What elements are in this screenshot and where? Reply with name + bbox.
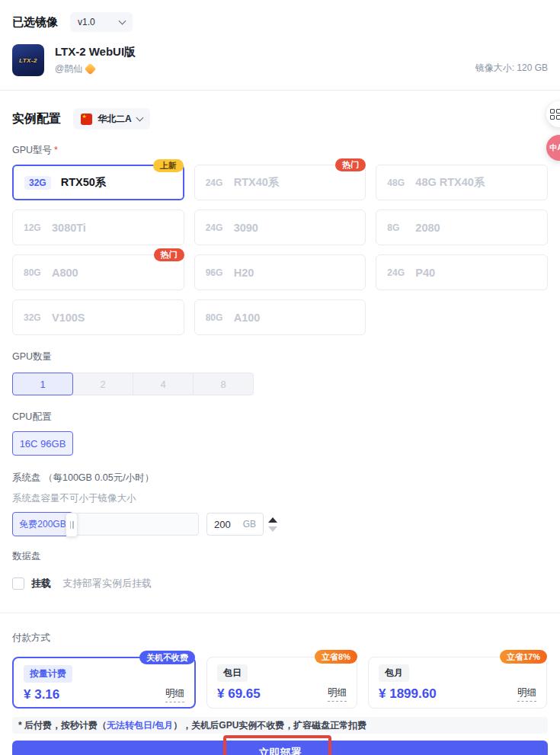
vram-chip: 32G (24, 176, 51, 190)
payment-plans: 关机不收费 按量计费 ¥ 3.16 明细 立省8% 包日 ¥ 69.65 明细 … (12, 657, 548, 709)
label-text: 系统盘 (12, 472, 41, 483)
page: 已选镜像 v1.0 LTX-2 LTX-2 WebUI版 @鹊仙 镜像大小: 1… (0, 12, 560, 755)
gpu-card-rtx50[interactable]: 上新 32G RTX50系 (12, 165, 184, 200)
hot-badge: 热门 (154, 248, 184, 261)
region-selector[interactable]: 华北二A (73, 108, 150, 130)
gpu-card-3090[interactable]: 24G 3090 (194, 210, 366, 245)
gpu-name: RTX40系 (234, 175, 280, 190)
image-title: LTX-2 WebUI版 (55, 45, 475, 59)
gpu-model-grid: 上新 32G RTX50系 热门 24G RTX40系 48G 48G RTX4… (12, 165, 548, 335)
divider (0, 613, 560, 613)
disk-size-stepper: GB (206, 513, 277, 536)
note-link[interactable]: 无法转包日/包月 (107, 720, 173, 731)
image-author: @鹊仙 (55, 62, 475, 75)
vram-chip: 96G (206, 267, 224, 278)
no-charge-badge: 关机不收费 (139, 651, 195, 664)
vram-chip: 24G (206, 178, 224, 188)
section-title: 实例配置 (12, 111, 61, 127)
gpu-name: A800 (52, 267, 78, 279)
gpu-card-rtx40[interactable]: 热门 24G RTX40系 (194, 165, 366, 200)
vram-chip: 24G (387, 267, 405, 278)
gpu-card-h20[interactable]: 96G H20 (194, 254, 366, 290)
gpu-count-option-1[interactable]: 1 (12, 373, 73, 395)
disk-size-input[interactable] (214, 519, 240, 530)
note-prefix: * 后付费，按秒计费（ (18, 720, 107, 731)
slider-handle[interactable] (66, 513, 78, 537)
gpu-name: A100 (234, 312, 261, 324)
gpu-name: V100S (52, 312, 85, 324)
gpu-name: RTX50系 (61, 175, 107, 190)
page-title: 已选镜像 (12, 15, 58, 30)
gpu-name: 2080 (415, 222, 440, 234)
new-badge: 上新 (153, 159, 184, 172)
spinner (268, 517, 277, 532)
increment-icon[interactable] (268, 517, 277, 523)
price-note: （每100GB 0.05元/小时） (43, 472, 154, 483)
gpu-model-label: GPU型号* (12, 144, 548, 157)
disk-size-unit: GB (243, 519, 256, 529)
detail-link[interactable]: 明细 (328, 686, 347, 702)
save-badge: 立省17% (500, 650, 547, 664)
system-disk-hint: 系统盘容量不可小于镜像大小 (12, 492, 548, 505)
gpu-count-selector: 1 2 4 8 (12, 373, 254, 395)
image-size: 镜像大小: 120 GB (475, 62, 548, 75)
vram-chip: 48G (387, 178, 405, 188)
decrement-icon[interactable] (268, 526, 277, 532)
plan-daily[interactable]: 立省8% 包日 ¥ 69.65 明细 (206, 657, 357, 709)
translate-button[interactable]: 中A (546, 135, 560, 161)
image-thumbnail: LTX-2 (12, 44, 44, 76)
gpu-card-a100[interactable]: 80G A100 (194, 299, 366, 335)
qr-scan-button[interactable] (546, 101, 560, 127)
system-disk-label: 系统盘 （每100GB 0.05元/小时） (12, 472, 548, 485)
cpu-config-label: CPU配置 (12, 411, 548, 424)
gpu-card-48g-rtx40[interactable]: 48G 48G RTX40系 (376, 165, 548, 200)
gpu-name: P40 (415, 267, 435, 279)
deploy-area: 立即部署 (12, 741, 548, 755)
gpu-count-option-4[interactable]: 4 (133, 373, 194, 395)
billing-note: * 后付费，按秒计费（无法转包日/包月），关机后GPU实例不收费，扩容磁盘正常扣… (12, 717, 548, 734)
disk-size-field: GB (206, 513, 264, 536)
gpu-card-3080ti[interactable]: 12G 3080Ti (12, 210, 184, 245)
version-dropdown[interactable]: v1.0 (70, 12, 133, 32)
note-text: * 后付费，按秒计费（无法转包日/包月），关机后GPU实例不收费，扩容磁盘正常扣… (18, 719, 366, 732)
gpu-count-option-8[interactable]: 8 (193, 373, 254, 395)
vram-chip: 24G (206, 222, 224, 233)
gpu-card-p40[interactable]: 24G P40 (376, 254, 548, 290)
plan-price: ¥ 69.65 (217, 686, 261, 702)
image-info: LTX-2 WebUI版 @鹊仙 (55, 44, 475, 76)
mount-checkbox[interactable] (12, 577, 24, 590)
system-disk-controls: 免费200GB GB (12, 512, 548, 536)
instance-config-header: 实例配置 华北二A (12, 108, 548, 130)
thumbnail-text: LTX-2 (19, 57, 37, 64)
gpu-count-label: GPU数量 (12, 350, 548, 363)
disk-size-slider[interactable] (75, 513, 199, 536)
label-text: GPU型号 (12, 145, 52, 155)
plan-name: 按量计费 (24, 665, 72, 683)
divider (0, 90, 560, 91)
gpu-count-option-2[interactable]: 2 (72, 373, 133, 395)
translate-icon: 中A (549, 142, 560, 153)
author-name: @鹊仙 (55, 62, 82, 75)
plan-monthly[interactable]: 立省17% 包月 ¥ 1899.60 明细 (368, 657, 547, 709)
save-badge: 立省8% (315, 650, 357, 664)
gpu-name: 48G RTX40系 (415, 175, 485, 190)
version-value: v1.0 (78, 17, 120, 27)
detail-link[interactable]: 明细 (517, 686, 536, 702)
gpu-name: 3090 (234, 222, 258, 234)
plan-pay-as-you-go[interactable]: 关机不收费 按量计费 ¥ 3.16 明细 (12, 657, 196, 709)
grid-icon (550, 109, 560, 120)
mount-label[interactable]: 挂载 (31, 577, 51, 590)
cpu-option-button[interactable]: 16C 96GB (12, 431, 73, 456)
gpu-card-2080[interactable]: 8G 2080 (376, 210, 548, 245)
required-mark: * (54, 145, 58, 155)
gpu-card-a800[interactable]: 热门 80G A800 (12, 254, 184, 290)
deploy-button[interactable]: 立即部署 (12, 741, 548, 755)
plan-price: ¥ 1899.60 (379, 686, 437, 702)
plan-name: 包月 (379, 664, 409, 682)
china-flag-icon (81, 114, 92, 125)
gpu-card-v100s[interactable]: 32G V100S (12, 299, 184, 335)
chevron-down-icon (119, 18, 126, 25)
detail-link[interactable]: 明细 (165, 687, 184, 702)
vram-chip: 8G (387, 222, 405, 233)
free-quota-button[interactable]: 免费200GB (12, 512, 73, 536)
